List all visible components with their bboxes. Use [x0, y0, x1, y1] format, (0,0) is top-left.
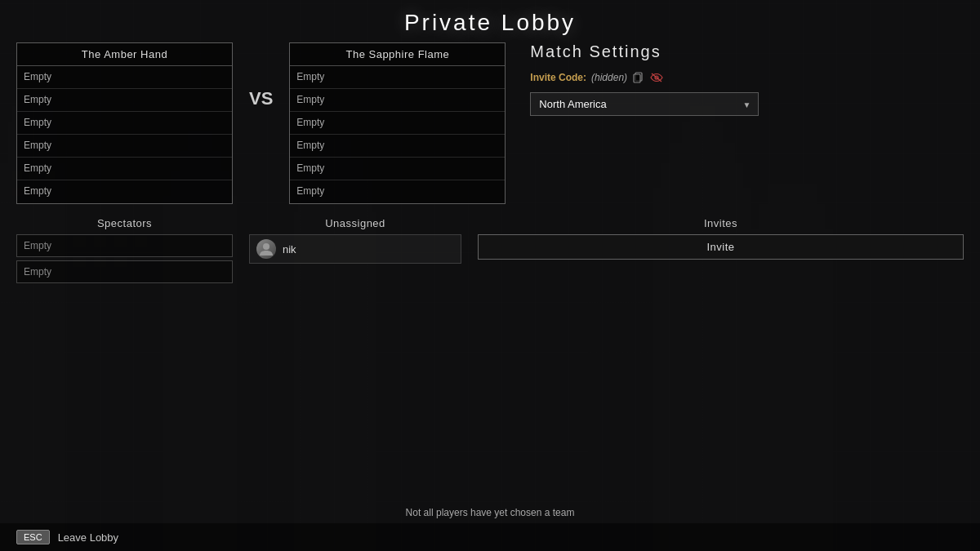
- main-area: The Amber Hand Empty Empty Empty Empty E…: [0, 36, 980, 204]
- team-right-slot-3[interactable]: Empty: [290, 112, 505, 135]
- team-right-header: The Sapphire Flame: [290, 43, 505, 66]
- spectator-slot-1[interactable]: Empty: [16, 234, 233, 257]
- bottom-section: Spectators Empty Empty Unassigned nik: [0, 204, 980, 287]
- copy-icon[interactable]: [632, 71, 645, 84]
- region-dropdown[interactable]: North America Europe Asia Pacific South …: [530, 92, 759, 116]
- settings-panel: Match Settings Invite Code: (hidden): [530, 42, 759, 116]
- content-wrapper: Private Lobby The Amber Hand Empty Empty…: [0, 0, 980, 551]
- team-left-slot-5[interactable]: Empty: [17, 158, 232, 180]
- team-left-slot-6[interactable]: Empty: [17, 180, 232, 203]
- unassigned-label: Unassigned: [249, 217, 461, 229]
- team-right-slot-5[interactable]: Empty: [290, 158, 505, 180]
- invites-label: Invites: [478, 217, 964, 229]
- avatar: [256, 239, 276, 259]
- spectators-label: Spectators: [16, 217, 233, 229]
- invites-section: Invites Invite: [478, 217, 964, 260]
- invite-code-label: Invite Code:: [530, 72, 586, 83]
- svg-rect-57: [634, 74, 640, 82]
- team-left-header: The Amber Hand: [17, 43, 232, 66]
- team-right-slot-4[interactable]: Empty: [290, 135, 505, 158]
- spectator-slot-2[interactable]: Empty: [16, 260, 233, 283]
- leave-lobby-label[interactable]: Leave Lobby: [58, 531, 118, 544]
- team-right-panel: The Sapphire Flame Empty Empty Empty Emp…: [289, 42, 506, 204]
- team-left-slot-1[interactable]: Empty: [17, 66, 232, 89]
- player-name: nik: [283, 243, 296, 256]
- esc-badge[interactable]: ESC: [16, 530, 50, 544]
- team-left-panel: The Amber Hand Empty Empty Empty Empty E…: [16, 42, 233, 204]
- spectators-section: Spectators Empty Empty: [16, 217, 233, 287]
- invite-button[interactable]: Invite: [478, 234, 964, 260]
- teams-section: The Amber Hand Empty Empty Empty Empty E…: [16, 42, 506, 204]
- invite-code-value: (hidden): [591, 72, 627, 83]
- team-left-slot-3[interactable]: Empty: [17, 112, 232, 135]
- player-slot-nik[interactable]: nik: [249, 234, 461, 264]
- avatar-image: [256, 239, 276, 259]
- team-left-slot-2[interactable]: Empty: [17, 89, 232, 112]
- settings-title: Match Settings: [530, 42, 759, 61]
- unassigned-section: Unassigned nik: [249, 217, 461, 264]
- bottom-bar: ESC Leave Lobby: [0, 523, 980, 551]
- vs-label: VS: [233, 88, 289, 109]
- team-left-slot-4[interactable]: Empty: [17, 135, 232, 158]
- page-title: Private Lobby: [0, 0, 980, 36]
- team-right-slot-2[interactable]: Empty: [290, 89, 505, 112]
- warning-text: Not all players have yet chosen a team: [406, 507, 575, 518]
- svg-point-60: [263, 243, 270, 250]
- invite-code-row: Invite Code: (hidden): [530, 71, 759, 84]
- team-right-slot-1[interactable]: Empty: [290, 66, 505, 89]
- eye-icon[interactable]: [650, 71, 663, 84]
- region-select-wrapper: North America Europe Asia Pacific South …: [530, 92, 759, 116]
- team-right-slot-6[interactable]: Empty: [290, 180, 505, 203]
